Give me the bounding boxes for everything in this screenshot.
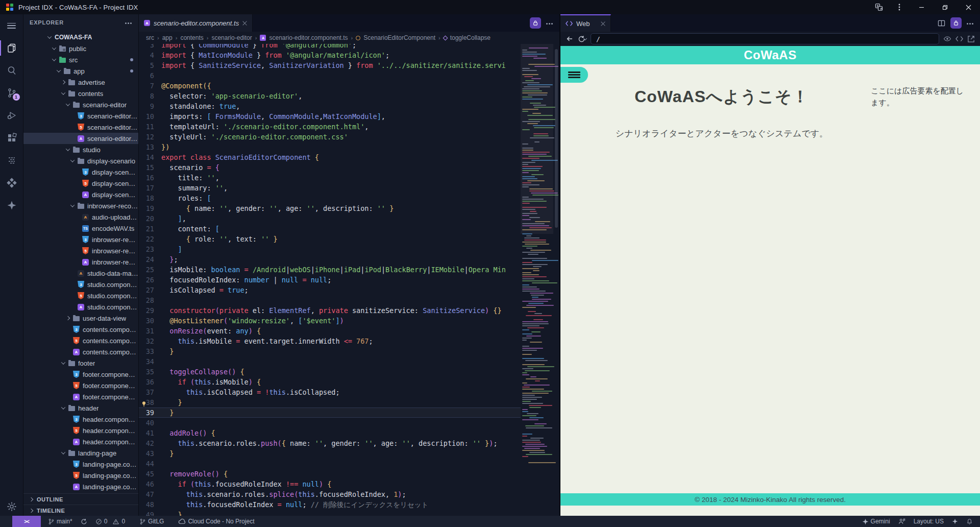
code-line[interactable]: 14export class ScenarioEditorComponent {: [139, 152, 521, 162]
code-line[interactable]: 17 summary: '',: [139, 183, 521, 193]
site-menu-button[interactable]: [560, 67, 588, 83]
output-channels-icon[interactable]: [0, 149, 23, 172]
code-line[interactable]: 42 this.scenario.roles.push({ name: '', …: [139, 438, 521, 448]
tab-scenario-editor-component-ts[interactable]: A scenario-editor.component.ts: [139, 14, 253, 32]
tree-item[interactable]: TSencodeWAV.ts: [23, 223, 138, 234]
tree-item[interactable]: 3inbrowser-recorder...: [23, 234, 138, 245]
close-button[interactable]: [957, 0, 980, 14]
tree-item[interactable]: Afooter.component.ts: [23, 391, 138, 402]
code-line[interactable]: 46 if (this.focusedRoleIndex !== null) {: [139, 479, 521, 489]
tree-item[interactable]: Alanding-page.compone...: [23, 481, 138, 492]
tree-item[interactable]: studio: [23, 144, 138, 155]
code-line[interactable]: 4import { MatIconModule } from '@angular…: [139, 50, 521, 60]
tree-item[interactable]: 5contents.component.ht...: [23, 335, 138, 346]
tree-item[interactable]: Acontents.component.ts: [23, 346, 138, 357]
tree-item[interactable]: 5studio.component.html: [23, 290, 138, 301]
code-line[interactable]: 37 this.isCollapsed = !this.isCollapsed;: [139, 387, 521, 397]
code-line[interactable]: 28: [139, 295, 521, 305]
code-line[interactable]: 43 }: [139, 448, 521, 459]
code-line[interactable]: 9 standalone: true,: [139, 101, 521, 111]
sync-changes-icon[interactable]: [81, 518, 87, 525]
tree-item[interactable]: 3contents.component.css: [23, 324, 138, 335]
gitlg-item[interactable]: GitLG: [139, 518, 164, 525]
tree-item[interactable]: user-data-view: [23, 313, 138, 324]
code-line[interactable]: 23 ]: [139, 244, 521, 254]
code-line[interactable]: 48 this.focusedRoleIndex = null; // 削除後に…: [139, 499, 521, 510]
tree-item[interactable]: Ascenario-editor.comp...: [23, 133, 138, 144]
close-tab-icon[interactable]: [601, 21, 605, 26]
code-line[interactable]: 11 templateUrl: './scenario-editor.compo…: [139, 122, 521, 132]
breadcrumb[interactable]: src›app›contents›scenario-editor›Ascenar…: [139, 32, 559, 44]
feedback-icon[interactable]: [898, 518, 905, 525]
editor-more-actions-icon[interactable]: [546, 22, 553, 24]
code-line[interactable]: 20 ],: [139, 213, 521, 224]
lock-icon[interactable]: [530, 17, 541, 29]
code-line[interactable]: 44: [139, 459, 521, 469]
editor-scrollbar[interactable]: [553, 44, 559, 516]
breadcrumb-item[interactable]: toggleCollapse: [450, 34, 491, 41]
code-line[interactable]: 7@Component({: [139, 81, 521, 91]
cloud-code-item[interactable]: Cloud Code - No Project: [178, 518, 254, 525]
url-input[interactable]: /: [591, 33, 939, 44]
tree-item[interactable]: 5footer.component.html: [23, 380, 138, 391]
tree-item[interactable]: Aheader.component.ts: [23, 436, 138, 447]
tree-item[interactable]: Aaudio-upload.servic...: [23, 211, 138, 223]
code-line[interactable]: 34: [139, 356, 521, 367]
tree-item[interactable]: advertise: [23, 77, 138, 88]
code-line[interactable]: 24 };: [139, 254, 521, 265]
code-line[interactable]: 8 selector: 'app-scenario-editor',: [139, 91, 521, 101]
lock-icon[interactable]: [950, 17, 962, 29]
tree-item[interactable]: header: [23, 402, 138, 414]
tree-item[interactable]: app: [23, 65, 138, 77]
tree-item[interactable]: 5scenario-editor.comp...: [23, 122, 138, 133]
tab-web[interactable]: Web: [560, 14, 611, 32]
back-icon[interactable]: [566, 35, 574, 43]
git-branch-item[interactable]: main*: [48, 518, 72, 525]
code-line[interactable]: 47 this.scenario.roles.splice(this.focus…: [139, 489, 521, 499]
tree-item[interactable]: 3display-scenario.co...: [23, 166, 138, 178]
close-tab-icon[interactable]: [242, 21, 247, 26]
sparkle-icon[interactable]: [952, 518, 958, 524]
tree-item[interactable]: Ainbrowser-recorder...: [23, 256, 138, 268]
code-line[interactable]: 18 roles: [: [139, 193, 521, 203]
gemini-sparkle-icon[interactable]: [0, 194, 23, 217]
tree-item[interactable]: 3studio.component.css: [23, 279, 138, 290]
extensions-icon[interactable]: [0, 127, 23, 149]
split-editor-icon[interactable]: [938, 19, 945, 27]
code-line[interactable]: 36 if (this.isMobile) {: [139, 377, 521, 387]
open-external-icon[interactable]: [967, 35, 975, 43]
tree-item[interactable]: scenario-editor: [23, 99, 138, 110]
maximize-button[interactable]: [933, 0, 957, 14]
web-more-actions-icon[interactable]: [967, 22, 974, 24]
timeline-section[interactable]: TIMELINE: [23, 505, 138, 516]
app-menu-icon[interactable]: [0, 14, 23, 37]
code-line[interactable]: 22 { role: '', text: '' }: [139, 234, 521, 244]
tree-item[interactable]: 5inbrowser-recorder...: [23, 245, 138, 256]
code-line[interactable]: 19 { name: '', gender: '', age: '', desc…: [139, 203, 521, 213]
lightbulb-icon[interactable]: [141, 399, 147, 405]
code-line[interactable]: 31 onResize(event: any) {: [139, 326, 521, 336]
code-line[interactable]: 13}): [139, 142, 521, 152]
problems-item[interactable]: 0 0: [95, 518, 125, 525]
preview-eye-icon[interactable]: [943, 35, 951, 43]
search-icon[interactable]: [0, 59, 23, 82]
code-line[interactable]: 16 title: '',: [139, 173, 521, 183]
tree-item[interactable]: 5display-scenario.co...: [23, 178, 138, 189]
tree-item[interactable]: 3landing-page.compone...: [23, 459, 138, 470]
tree-item[interactable]: Astudio-data-manager...: [23, 268, 138, 279]
translate-icon[interactable]: [869, 0, 889, 14]
source-control-icon[interactable]: 1: [0, 82, 23, 104]
breadcrumb-item[interactable]: src: [146, 34, 154, 41]
more-menu-icon[interactable]: [889, 0, 910, 14]
code-line[interactable]: 40: [139, 418, 521, 428]
keyboard-layout-item[interactable]: Layout: US: [914, 518, 944, 525]
refresh-icon[interactable]: [578, 35, 586, 43]
code-line[interactable]: 10 imports: [ FormsModule, CommonModule,…: [139, 111, 521, 122]
tree-item[interactable]: landing-page: [23, 447, 138, 459]
minimize-button[interactable]: [910, 0, 933, 14]
tree-item[interactable]: public: [23, 43, 138, 54]
breadcrumb-item[interactable]: scenario-editor: [211, 34, 252, 41]
code-line[interactable]: 26 focusedRoleIndex: number | null = nul…: [139, 275, 521, 285]
code-line[interactable]: 27 isCollapsed = true;: [139, 285, 521, 295]
code-editor[interactable]: 3import { CommonModule } from '@angular/…: [139, 44, 559, 516]
